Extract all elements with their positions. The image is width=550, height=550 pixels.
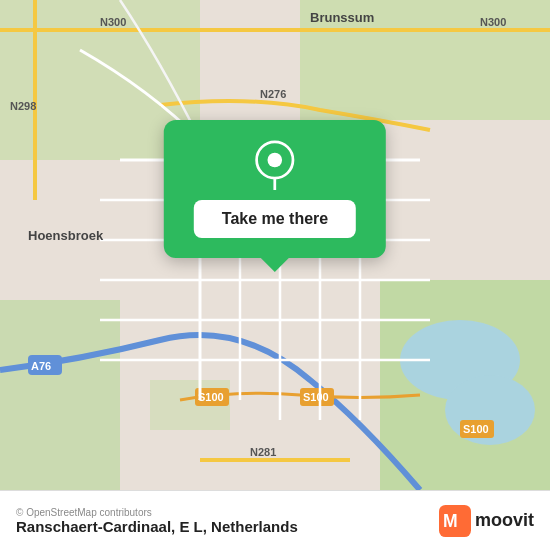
moovit-icon: M [439, 505, 471, 537]
svg-text:A76: A76 [31, 360, 51, 372]
svg-text:M: M [443, 511, 458, 531]
svg-text:N300: N300 [480, 16, 506, 28]
svg-text:S100: S100 [198, 391, 224, 403]
svg-text:Hoensbroek: Hoensbroek [28, 228, 104, 243]
svg-text:N276: N276 [260, 88, 286, 100]
svg-text:N300: N300 [100, 16, 126, 28]
svg-text:Brunssum: Brunssum [310, 10, 374, 25]
popup-tail [261, 258, 289, 272]
map-container: N300 N300 N276 N298 A76 S100 S100 S100 N… [0, 0, 550, 490]
location-name: Ranschaert-Cardinaal, E L, Netherlands [16, 518, 298, 535]
location-info: © OpenStreetMap contributors Ranschaert-… [16, 507, 298, 535]
moovit-text: moovit [475, 510, 534, 531]
take-me-there-button[interactable]: Take me there [194, 200, 356, 238]
moovit-logo: M moovit [439, 505, 534, 537]
svg-point-38 [268, 153, 283, 168]
svg-text:S100: S100 [303, 391, 329, 403]
svg-text:N281: N281 [250, 446, 276, 458]
popup-card: Take me there [164, 120, 386, 258]
location-pin-icon [250, 140, 300, 190]
bottom-bar: © OpenStreetMap contributors Ranschaert-… [0, 490, 550, 550]
svg-text:S100: S100 [463, 423, 489, 435]
osm-credit: © OpenStreetMap contributors [16, 507, 298, 518]
svg-text:N298: N298 [10, 100, 36, 112]
svg-rect-4 [0, 300, 120, 490]
